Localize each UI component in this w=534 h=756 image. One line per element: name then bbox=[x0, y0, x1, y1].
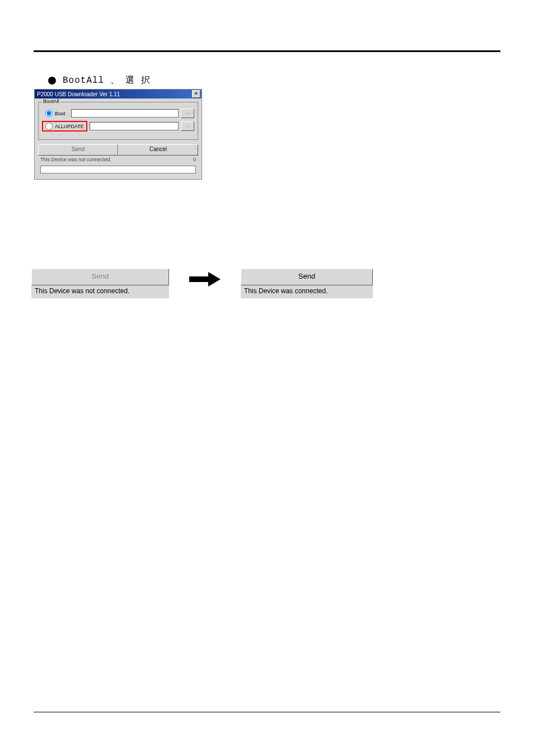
svg-marker-0 bbox=[189, 272, 221, 287]
boot-row: Boot ... bbox=[42, 108, 194, 119]
boot-browse-button[interactable]: ... bbox=[181, 109, 194, 118]
bottom-rule bbox=[34, 712, 500, 712]
top-rule bbox=[34, 50, 500, 52]
before-send-button[interactable]: Send bbox=[31, 269, 169, 285]
section-header-text: BootAll 、 選 択 bbox=[63, 74, 151, 86]
dialog-titlebar: P2000 USB Downloader Ver 1.11 × bbox=[35, 90, 202, 98]
send-panels: Send This Device was not connected. Send… bbox=[31, 269, 500, 298]
send-button[interactable]: Send bbox=[38, 144, 118, 156]
radio-allupdate[interactable]: ALLUPDATE bbox=[42, 121, 87, 132]
after-status: This Device was connected. bbox=[241, 285, 340, 298]
dialog-count: 0 bbox=[193, 157, 196, 162]
dialog-status-row: This Device was not connected. 0 bbox=[38, 156, 198, 163]
downloader-dialog: P2000 USB Downloader Ver 1.11 × BootAll … bbox=[35, 90, 202, 179]
radio-boot[interactable]: Boot bbox=[42, 108, 69, 119]
bootall-group: BootAll Boot ... ALLUPDATE ... bbox=[38, 102, 198, 140]
allupdate-row: ALLUPDATE ... bbox=[42, 121, 194, 132]
cancel-button[interactable]: Cancel bbox=[118, 144, 198, 156]
panel-after: Send This Device was connected. bbox=[241, 269, 373, 298]
group-label: BootAll bbox=[42, 98, 60, 104]
section-header: BootAll 、 選 択 bbox=[48, 74, 500, 86]
radio-allupdate-label: ALLUPDATE bbox=[55, 124, 84, 129]
dialog-title: P2000 USB Downloader Ver 1.11 bbox=[37, 91, 120, 97]
arrow-icon bbox=[189, 272, 221, 287]
progress-bar bbox=[40, 166, 196, 173]
after-send-button[interactable]: Send bbox=[241, 269, 373, 285]
allupdate-browse-button[interactable]: ... bbox=[181, 121, 194, 131]
bullet-icon bbox=[48, 77, 56, 84]
allupdate-path-input[interactable] bbox=[90, 122, 179, 130]
radio-allupdate-input[interactable] bbox=[45, 123, 53, 130]
radio-boot-label: Boot bbox=[55, 111, 65, 116]
boot-path-input[interactable] bbox=[71, 109, 179, 118]
panel-before: Send This Device was not connected. bbox=[31, 269, 169, 298]
close-icon[interactable]: × bbox=[192, 90, 200, 98]
before-status: This Device was not connected. bbox=[31, 285, 169, 298]
dialog-status-text: This Device was not connected. bbox=[40, 157, 111, 162]
dialog-button-row: Send Cancel bbox=[38, 144, 198, 156]
radio-boot-input[interactable] bbox=[45, 110, 53, 117]
dialog-body: BootAll Boot ... ALLUPDATE ... bbox=[35, 98, 202, 179]
